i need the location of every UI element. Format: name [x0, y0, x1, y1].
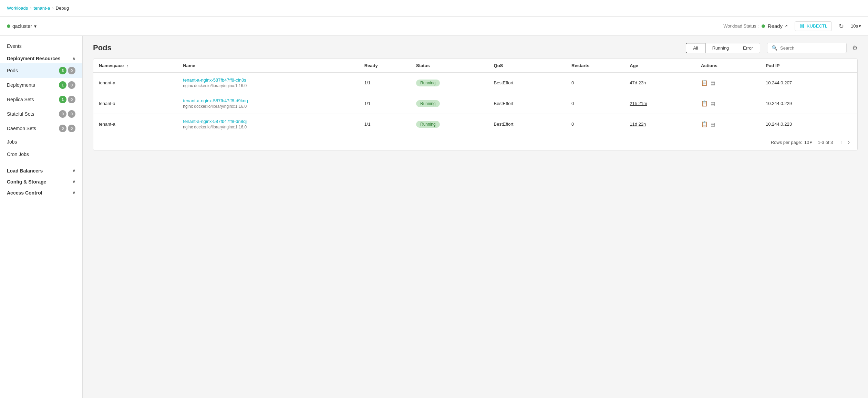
status-badge-1: Running: [416, 100, 440, 107]
rows-select-chevron: ▾: [810, 140, 812, 145]
cell-name-1: tenant-a-nginx-587fb47ff8-d9knq nginx do…: [177, 93, 359, 114]
deployments-badges: 1 0: [59, 81, 75, 89]
interval-selector[interactable]: 10s ▾: [851, 23, 861, 29]
cell-ready-1: 1/1: [359, 93, 411, 114]
cluster-status-dot: [7, 24, 10, 28]
sidebar-item-cron-jobs[interactable]: Cron Jobs: [0, 148, 82, 160]
sidebar-section-load-balancers[interactable]: Load Balancers ∨: [0, 165, 82, 176]
col-header-restarts: Restarts: [566, 59, 624, 73]
col-header-namespace[interactable]: Namespace ↑: [93, 59, 177, 73]
cell-ready-2: 1/1: [359, 114, 411, 135]
breadcrumb-workloads[interactable]: Workloads: [7, 6, 28, 11]
daemon-sets-badges: 0 0: [59, 125, 75, 132]
col-header-actions: Actions: [695, 59, 760, 73]
kubectl-icon: 🖥: [799, 23, 805, 29]
calendar-icon-2[interactable]: 📋: [701, 121, 708, 127]
cell-namespace-2: tenant-a: [93, 114, 177, 135]
pod-name-link-0[interactable]: tenant-a-nginx-587fb47ff8-cln8s: [183, 77, 353, 83]
workload-status-text[interactable]: Ready ↗: [768, 23, 788, 29]
refresh-button[interactable]: ↻: [839, 22, 844, 30]
filter-running-button[interactable]: Running: [705, 43, 736, 53]
table-row: tenant-a tenant-a-nginx-587fb47ff8-dn8qj…: [93, 114, 857, 135]
settings-button[interactable]: ⚙: [852, 44, 858, 52]
cell-ready-0: 1/1: [359, 73, 411, 93]
sidebar-cron-jobs-label: Cron Jobs: [7, 151, 29, 157]
stateful-sets-gray-badge: 0: [68, 110, 75, 118]
filter-all-button[interactable]: All: [686, 43, 705, 53]
chevron-up-icon: ∧: [72, 56, 75, 61]
sidebar-jobs-label: Jobs: [7, 139, 17, 145]
load-balancers-chevron-icon: ∨: [72, 168, 75, 173]
age-link-2[interactable]: 11d 22h: [630, 122, 646, 127]
pods-table: Namespace ↑ Name Ready Status: [93, 59, 857, 134]
pods-header: Pods All Running Error 🔍 ⚙: [93, 43, 858, 53]
refresh-icon: ↻: [839, 22, 844, 30]
table-row: tenant-a tenant-a-nginx-587fb47ff8-cln8s…: [93, 73, 857, 93]
col-header-pod-ip: Pod IP: [760, 59, 857, 73]
prev-page-button[interactable]: ‹: [838, 138, 844, 146]
main-content: Pods All Running Error 🔍 ⚙: [83, 36, 868, 398]
cell-status-2: Running: [411, 114, 488, 135]
sidebar-item-pods[interactable]: Pods 3 0: [0, 63, 82, 78]
age-link-1[interactable]: 21h 21m: [630, 101, 647, 106]
pod-name-link-2[interactable]: tenant-a-nginx-587fb47ff8-dn8qj: [183, 119, 353, 124]
breadcrumb-tenant[interactable]: tenant-a: [34, 6, 50, 11]
cell-restarts-1: 0: [566, 93, 624, 114]
cell-restarts-0: 0: [566, 73, 624, 93]
sidebar-section-deployment[interactable]: Deployment Resources ∧: [0, 52, 82, 63]
calendar-icon-0[interactable]: 📋: [701, 80, 708, 86]
action-icons-1: 📋 ▤: [701, 100, 755, 107]
sidebar-config-storage-label: Config & Storage: [7, 179, 46, 185]
cluster-dropdown-icon: ▾: [34, 23, 37, 29]
workload-status: Workload Status : Ready ↗: [723, 23, 788, 29]
cell-actions-1: 📋 ▤: [695, 93, 760, 114]
sidebar-item-replica-sets[interactable]: Replica Sets 1 0: [0, 92, 82, 107]
sidebar-access-control-label: Access Control: [7, 190, 42, 196]
next-page-button[interactable]: ›: [846, 138, 852, 146]
pod-image-2: nginx docker.io/library/nginx:1.16.0: [183, 125, 353, 129]
header-bar: qacluster ▾ Workload Status : Ready ↗ 🖥 …: [0, 17, 868, 36]
search-input[interactable]: [780, 45, 842, 51]
filter-error-button[interactable]: Error: [736, 43, 760, 53]
sidebar-item-events[interactable]: Events: [0, 40, 82, 52]
sidebar-item-deployments[interactable]: Deployments 1 0: [0, 78, 82, 92]
col-header-ready: Ready: [359, 59, 411, 73]
sidebar-item-daemon-sets[interactable]: Daemon Sets 0 0: [0, 121, 82, 136]
terminal-icon-2[interactable]: ▤: [711, 122, 715, 127]
sidebar-section-access-control[interactable]: Access Control ∨: [0, 187, 82, 198]
search-box[interactable]: 🔍: [767, 43, 847, 53]
cluster-selector[interactable]: qacluster ▾: [7, 23, 37, 29]
rows-per-page-select[interactable]: 10 ▾: [804, 140, 812, 145]
pod-image-1: nginx docker.io/library/nginx:1.16.0: [183, 104, 353, 109]
stateful-sets-green-badge: 0: [59, 110, 66, 118]
config-storage-chevron-icon: ∨: [72, 179, 75, 184]
cell-actions-0: 📋 ▤: [695, 73, 760, 93]
access-control-chevron-icon: ∨: [72, 190, 75, 195]
pod-name-link-1[interactable]: tenant-a-nginx-587fb47ff8-d9knq: [183, 98, 353, 103]
pagination: Rows per page: 10 ▾ 1-3 of 3 ‹ ›: [93, 134, 857, 150]
action-icons-2: 📋 ▤: [701, 121, 755, 127]
age-link-0[interactable]: 47d 23h: [630, 80, 646, 85]
sidebar-pods-label: Pods: [7, 68, 18, 73]
calendar-icon-1[interactable]: 📋: [701, 100, 708, 107]
cell-namespace-1: tenant-a: [93, 93, 177, 114]
table-row: tenant-a tenant-a-nginx-587fb47ff8-d9knq…: [93, 93, 857, 114]
cell-age-0: 47d 23h: [624, 73, 695, 93]
rows-per-page: Rows per page: 10 ▾: [771, 140, 813, 145]
main-layout: Events Deployment Resources ∧ Pods 3 0 D…: [0, 36, 868, 398]
kubectl-button[interactable]: 🖥 KUBECTL: [795, 21, 832, 31]
status-badge-0: Running: [416, 80, 440, 86]
pods-title: Pods: [93, 43, 112, 52]
cell-status-0: Running: [411, 73, 488, 93]
pods-green-badge: 3: [59, 67, 66, 74]
cell-restarts-2: 0: [566, 114, 624, 135]
replica-sets-gray-badge: 0: [68, 96, 75, 103]
sidebar-section-config-storage[interactable]: Config & Storage ∨: [0, 176, 82, 187]
terminal-icon-1[interactable]: ▤: [711, 101, 715, 106]
rows-per-page-label: Rows per page:: [771, 140, 802, 145]
sidebar-item-stateful-sets[interactable]: Stateful Sets 0 0: [0, 107, 82, 121]
breadcrumb-sep-1: ›: [30, 6, 31, 11]
sidebar-item-jobs[interactable]: Jobs: [0, 136, 82, 148]
col-header-age: Age: [624, 59, 695, 73]
terminal-icon-0[interactable]: ▤: [711, 80, 715, 86]
